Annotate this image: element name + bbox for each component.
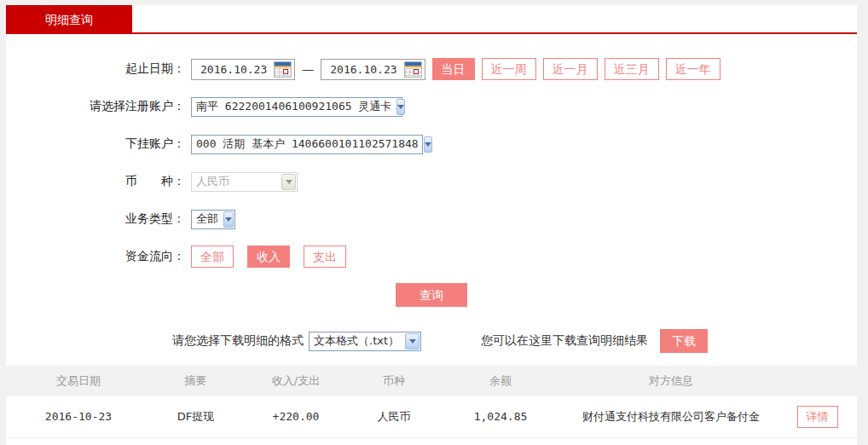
- content-panel: 明细查询 起止日期： 2016.10.23 — 2016.10.23 当日 近一…: [6, 5, 857, 445]
- sub-account-label: 下挂账户：: [6, 136, 185, 152]
- cell-counterpart: 财付通支付科技有限公司客户备付金: [564, 396, 778, 437]
- business-type-row: 业务类型： 全部: [6, 208, 857, 230]
- range-last-week-button[interactable]: 近一周: [482, 58, 536, 80]
- end-date-value: 2016.10.23: [330, 63, 396, 76]
- table-row: 2016-10-23 DF提现 +220.00 人民币 1,024.85 财付通…: [6, 396, 857, 437]
- fund-flow-expense-button[interactable]: 支出: [304, 246, 346, 268]
- query-button-row: 查询: [6, 283, 857, 307]
- transactions-table: 交易日期 摘要 收入/支出 币种 余额 对方信息 2016-10-23 DF提现…: [6, 366, 857, 438]
- register-account-value: 南平 6222001406100921065 灵通卡: [192, 99, 396, 114]
- register-account-row: 请选择注册账户： 南平 6222001406100921065 灵通卡: [6, 95, 857, 118]
- cell-balance: 1,024.85: [437, 396, 564, 437]
- cell-date: 2016-10-23: [6, 396, 151, 437]
- date-range-row: 起止日期： 2016.10.23 — 2016.10.23 当日 近一周 近一月…: [6, 58, 857, 80]
- register-account-label: 请选择注册账户：: [6, 99, 185, 114]
- register-account-select[interactable]: 南平 6222001406100921065 灵通卡: [191, 97, 402, 117]
- cell-currency: 人民币: [351, 396, 437, 437]
- chevron-down-icon: [424, 136, 432, 153]
- download-hint: 您可以在这里下载查询明细结果: [481, 333, 648, 349]
- date-separator: —: [302, 62, 314, 76]
- start-date-input[interactable]: 2016.10.23: [191, 59, 295, 80]
- col-header-summary: 摘要: [151, 366, 240, 396]
- chevron-down-icon: [396, 99, 405, 115]
- download-row: 请您选择下载明细的格式 文本格式（.txt） 您可以在这里下载查询明细结果 下载: [172, 329, 857, 353]
- range-last-month-button[interactable]: 近一月: [543, 58, 598, 80]
- cell-amount: +220.00: [240, 396, 351, 437]
- range-last-3-months-button[interactable]: 近三月: [605, 58, 659, 80]
- business-type-select[interactable]: 全部: [191, 210, 235, 229]
- tab-bar: 明细查询: [6, 5, 857, 34]
- fund-flow-row: 资金流向： 全部 收入 支出: [6, 246, 857, 268]
- query-button[interactable]: 查询: [396, 283, 467, 307]
- start-date-value: 2016.10.23: [200, 63, 267, 76]
- business-type-value: 全部: [192, 211, 223, 227]
- cell-summary: DF提现: [151, 396, 240, 437]
- tab-detail-query[interactable]: 明细查询: [6, 5, 132, 34]
- col-header-date: 交易日期: [6, 366, 151, 396]
- sub-account-select[interactable]: 000 活期 基本户 1406600101102571848: [191, 135, 423, 154]
- cell-actions: 详情: [778, 396, 857, 437]
- currency-row: 币 种： 人民币: [6, 170, 857, 193]
- range-last-year-button[interactable]: 近一年: [666, 58, 720, 80]
- table-header-row: 交易日期 摘要 收入/支出 币种 余额 对方信息: [6, 366, 857, 396]
- business-type-label: 业务类型：: [6, 211, 185, 227]
- calendar-icon[interactable]: [404, 61, 422, 78]
- download-format-label: 请您选择下载明细的格式: [172, 333, 304, 349]
- fund-flow-all-button[interactable]: 全部: [191, 246, 234, 268]
- calendar-icon[interactable]: [274, 61, 292, 78]
- currency-label: 币 种：: [6, 174, 185, 189]
- currency-value: 人民币: [192, 174, 281, 189]
- range-today-button[interactable]: 当日: [432, 58, 475, 80]
- col-header-currency: 币种: [351, 366, 437, 396]
- sub-account-value: 000 活期 基本户 1406600101102571848: [192, 136, 424, 152]
- fund-flow-label: 资金流向：: [6, 249, 185, 264]
- chevron-down-icon: [223, 211, 234, 228]
- fund-flow-income-button[interactable]: 收入: [247, 246, 290, 268]
- col-header-balance: 余额: [437, 366, 564, 396]
- end-date-input[interactable]: 2016.10.23: [321, 59, 425, 80]
- chevron-down-icon: [405, 333, 420, 350]
- currency-select: 人民币: [191, 172, 298, 192]
- col-header-counterpart: 对方信息: [564, 366, 778, 396]
- download-format-select[interactable]: 文本格式（.txt）: [309, 332, 421, 351]
- col-header-actions: [778, 366, 857, 396]
- col-header-amount: 收入/支出: [240, 366, 351, 396]
- date-range-label: 起止日期：: [6, 61, 185, 77]
- detail-button[interactable]: 详情: [797, 406, 838, 428]
- download-format-value: 文本格式（.txt）: [310, 333, 405, 349]
- query-form: 起止日期： 2016.10.23 — 2016.10.23 当日 近一周 近一月…: [6, 34, 857, 353]
- chevron-down-icon: [281, 174, 296, 190]
- sub-account-row: 下挂账户： 000 活期 基本户 1406600101102571848: [6, 133, 857, 155]
- download-button[interactable]: 下载: [660, 329, 708, 353]
